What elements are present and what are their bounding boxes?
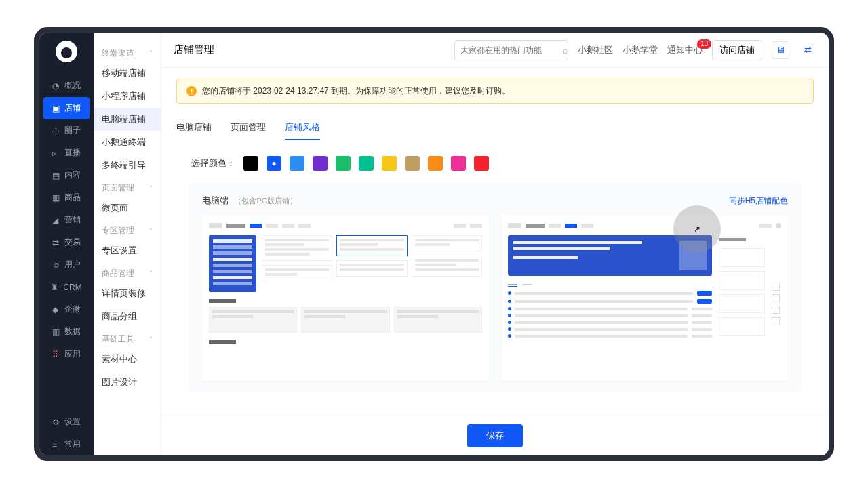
color-swatch-8[interactable] — [428, 156, 443, 171]
user-icon: ☺ — [52, 260, 62, 270]
trade-icon: ⇄ — [52, 238, 62, 247]
sp-pc-shop[interactable]: 电脑端店铺 — [94, 108, 161, 131]
color-swatch-4[interactable] — [336, 156, 351, 171]
sp-group-page: 页面管理˄ — [94, 177, 161, 197]
sp-xiaoetong[interactable]: 小鹅通终端 — [94, 131, 161, 154]
data-icon: ▥ — [52, 327, 62, 337]
warning-icon: ! — [186, 86, 197, 96]
nav-user[interactable]: ☺用户 — [39, 253, 94, 276]
wecom-icon: ◆ — [52, 305, 62, 314]
color-swatch-1[interactable]: ● — [267, 156, 281, 171]
common-icon: ≡ — [52, 440, 62, 449]
content-tabs: 电脑店铺 页面管理 店铺风格 — [176, 116, 814, 141]
shop-icon: ▣ — [52, 104, 62, 113]
chevron-up-icon[interactable]: ˄ — [149, 49, 153, 57]
sp-group-channel: 终端渠道˄ — [94, 42, 161, 62]
visit-shop-button[interactable]: 访问店铺 — [712, 40, 762, 60]
sp-goods-group[interactable]: 商品分组 — [94, 305, 161, 328]
nav-goods[interactable]: ▦商品 — [39, 186, 94, 209]
alert-text: 您的店铺将于 2023-02-24 13:27:47 到期。为保障功能的正常使用… — [202, 85, 510, 97]
nav-data[interactable]: ▥数据 — [39, 321, 94, 343]
sp-multi-terminal[interactable]: 多终端引导 — [94, 154, 161, 177]
chevron-up-icon[interactable]: ˄ — [149, 227, 153, 235]
nav-content[interactable]: ▤内容 — [39, 164, 94, 186]
color-swatch-9[interactable] — [451, 156, 466, 171]
nav-marketing[interactable]: ◢营销 — [39, 209, 94, 231]
chevron-up-icon[interactable]: ˄ — [149, 336, 153, 343]
settings-icon: ⚙ — [52, 418, 62, 427]
preview-panel: 电脑端 （包含PC版店铺） 同步H5店铺配色 — [189, 183, 802, 392]
color-swatch-3[interactable] — [313, 156, 328, 171]
nav-settings[interactable]: ⚙设置 — [39, 411, 94, 433]
sp-miniprogram-shop[interactable]: 小程序店铺 — [94, 85, 161, 108]
nav-circle[interactable]: ◌圈子 — [39, 119, 94, 142]
page-title: 店铺管理 — [174, 43, 214, 56]
tab-pc-shop[interactable]: 电脑店铺 — [176, 116, 212, 140]
color-swatch-0[interactable] — [243, 156, 258, 171]
preview-section-live — [209, 299, 236, 303]
nav-live[interactable]: ▹直播 — [39, 142, 94, 164]
color-swatch-5[interactable] — [359, 156, 374, 171]
link-community[interactable]: 小鹅社区 — [578, 44, 613, 56]
preview-title: 电脑端 — [202, 195, 229, 205]
sp-image-design[interactable]: 图片设计 — [94, 371, 161, 394]
app-logo — [56, 41, 77, 62]
expiry-alert: ! 您的店铺将于 2023-02-24 13:27:47 到期。为保障功能的正常… — [176, 79, 814, 104]
link-school[interactable]: 小鹅学堂 — [623, 44, 658, 56]
nav-common[interactable]: ≡常用 — [39, 433, 94, 455]
tab-page-manage[interactable]: 页面管理 — [231, 116, 266, 140]
preview-section-course — [209, 340, 236, 344]
link-notifications[interactable]: 通知中心13 — [667, 44, 703, 56]
preview-detail: ———— — [501, 215, 788, 381]
crm-icon: ♜ — [51, 283, 60, 292]
chevron-up-icon[interactable]: ˄ — [149, 184, 153, 192]
nav-shop[interactable]: ▣店铺 — [43, 97, 90, 119]
sp-group-tools: 基础工具˄ — [94, 328, 161, 348]
color-picker-row: 选择颜色： ● — [191, 156, 814, 171]
save-button[interactable]: 保存 — [467, 424, 523, 447]
preview-homepage — [202, 215, 489, 381]
sp-zone-settings[interactable]: 专区设置 — [94, 239, 161, 262]
nav-crm[interactable]: ♜CRM — [39, 276, 94, 298]
nav-app[interactable]: ⠿应用 — [39, 343, 94, 365]
search-box[interactable]: ⌕ — [454, 40, 568, 60]
nav-wecom[interactable]: ◆企微 — [39, 298, 94, 321]
sub-sidebar: 终端渠道˄ 移动端店铺 小程序店铺 电脑端店铺 小鹅通终端 多终端引导 页面管理… — [94, 33, 161, 455]
top-bar: 店铺管理 ⌕ 小鹅社区 小鹅学堂 通知中心13 访问店铺 🖥 ⇄ — [161, 33, 829, 68]
content-icon: ▤ — [52, 171, 62, 180]
device-icon[interactable]: 🖥 — [772, 41, 789, 59]
nav-overview[interactable]: ◔概况 — [39, 75, 94, 97]
live-icon: ▹ — [52, 148, 62, 158]
color-swatch-7[interactable] — [405, 156, 420, 171]
sp-group-goods: 商品管理˄ — [94, 262, 161, 282]
sp-mobile-shop[interactable]: 移动端店铺 — [94, 62, 161, 85]
search-input[interactable] — [460, 45, 562, 55]
notification-badge: 13 — [697, 39, 711, 49]
search-icon[interactable]: ⌕ — [562, 45, 568, 56]
sync-h5-link[interactable]: 同步H5店铺配色 — [729, 195, 788, 207]
main-sidebar: ◔概况 ▣店铺 ◌圈子 ▹直播 ▤内容 ▦商品 ◢营销 ⇄交易 ☺用户 ♜CRM… — [39, 33, 94, 455]
footer-bar: 保存 — [161, 415, 829, 455]
marketing-icon: ◢ — [52, 216, 62, 225]
circle-icon: ◌ — [52, 126, 62, 136]
swap-icon[interactable]: ⇄ — [799, 41, 816, 59]
sp-micropage[interactable]: 微页面 — [94, 197, 161, 220]
sp-material-center[interactable]: 素材中心 — [94, 348, 161, 371]
preview-subtitle: （包含PC版店铺） — [234, 197, 296, 205]
goods-icon: ▦ — [52, 193, 62, 203]
app-icon: ⠿ — [52, 350, 62, 359]
color-swatch-6[interactable] — [382, 156, 397, 171]
overview-icon: ◔ — [52, 81, 62, 91]
sp-group-zone: 专区管理˄ — [94, 220, 161, 239]
color-swatch-10[interactable] — [474, 156, 489, 171]
chevron-up-icon[interactable]: ˄ — [149, 270, 153, 277]
sp-detail-decorate[interactable]: 详情页装修 — [94, 282, 161, 305]
nav-trade[interactable]: ⇄交易 — [39, 231, 94, 253]
color-label: 选择颜色： — [191, 157, 235, 169]
color-swatch-2[interactable] — [290, 156, 304, 171]
tab-shop-style[interactable]: 店铺风格 — [285, 116, 320, 140]
